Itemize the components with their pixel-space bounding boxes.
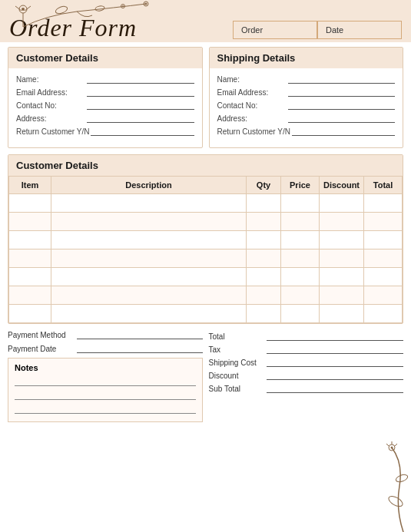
table-row[interactable] bbox=[9, 249, 403, 268]
table-cell[interactable] bbox=[364, 231, 403, 249]
table-cell[interactable] bbox=[51, 194, 247, 213]
table-cell[interactable] bbox=[281, 231, 320, 249]
shipping-return-input[interactable] bbox=[292, 127, 395, 136]
table-cell[interactable] bbox=[247, 305, 281, 323]
bottom-section: Payment Method Payment Date Notes Total … bbox=[8, 330, 403, 422]
table-cell[interactable] bbox=[247, 231, 281, 249]
customer-address-input[interactable] bbox=[87, 114, 194, 123]
table-cell[interactable] bbox=[364, 249, 403, 268]
col-price: Price bbox=[281, 177, 320, 194]
svg-point-12 bbox=[395, 474, 409, 484]
table-cell[interactable] bbox=[320, 231, 364, 249]
date-field[interactable]: Date bbox=[317, 21, 402, 39]
shipping-details-title: Shipping Details bbox=[210, 48, 403, 68]
shipping-contact-input[interactable] bbox=[288, 101, 396, 110]
table-cell[interactable] bbox=[364, 286, 403, 305]
payment-date-label: Payment Date bbox=[8, 345, 77, 353]
table-cell[interactable] bbox=[9, 268, 51, 286]
customer-details-title: Customer Details bbox=[8, 48, 202, 68]
table-cell[interactable] bbox=[247, 213, 281, 231]
table-cell[interactable] bbox=[320, 268, 364, 286]
shipping-name-input[interactable] bbox=[288, 74, 396, 84]
table-row[interactable] bbox=[9, 268, 403, 286]
customer-contact-label: Contact No: bbox=[16, 101, 85, 110]
tax-input[interactable] bbox=[267, 345, 404, 354]
table-cell[interactable] bbox=[320, 286, 364, 305]
table-cell[interactable] bbox=[51, 268, 247, 286]
payment-date-input[interactable] bbox=[77, 344, 203, 353]
table-cell[interactable] bbox=[320, 194, 364, 213]
table-cell[interactable] bbox=[247, 286, 281, 305]
subtotal-input[interactable] bbox=[267, 384, 404, 393]
shipping-email-label: Email Address: bbox=[217, 88, 287, 97]
table-cell[interactable] bbox=[51, 249, 247, 268]
notes-line-3[interactable] bbox=[15, 403, 196, 414]
svg-point-13 bbox=[389, 444, 395, 451]
table-cell[interactable] bbox=[51, 286, 247, 305]
header: Order Form Order Date bbox=[0, 0, 411, 42]
table-cell[interactable] bbox=[247, 249, 281, 268]
table-cell[interactable] bbox=[364, 194, 403, 213]
table-cell[interactable] bbox=[51, 305, 247, 323]
shipping-return-label: Return Customer Y/N bbox=[217, 127, 290, 136]
table-cell[interactable] bbox=[281, 286, 320, 305]
customer-name-label: Name: bbox=[16, 75, 85, 84]
table-cell[interactable] bbox=[364, 305, 403, 323]
table-cell[interactable] bbox=[247, 194, 281, 213]
svg-point-11 bbox=[387, 494, 404, 509]
order-field[interactable]: Order bbox=[233, 21, 317, 39]
notes-line-1[interactable] bbox=[15, 375, 196, 386]
floral-decoration-bottom bbox=[365, 440, 411, 532]
customer-email-input[interactable] bbox=[87, 88, 194, 97]
table-row[interactable] bbox=[9, 231, 403, 249]
subtotal-row: Sub Total bbox=[209, 384, 404, 393]
table-cell[interactable] bbox=[9, 286, 51, 305]
table-cell[interactable] bbox=[9, 213, 51, 231]
table-cell[interactable] bbox=[320, 305, 364, 323]
table-row[interactable] bbox=[9, 305, 403, 323]
customer-return-row: Return Customer Y/N bbox=[16, 127, 194, 136]
table-cell[interactable] bbox=[51, 231, 247, 249]
table-cell[interactable] bbox=[247, 268, 281, 286]
table-cell[interactable] bbox=[320, 249, 364, 268]
customer-return-input[interactable] bbox=[91, 127, 194, 136]
table-row[interactable] bbox=[9, 194, 403, 213]
table-cell[interactable] bbox=[281, 249, 320, 268]
notes-line-2[interactable] bbox=[15, 389, 196, 400]
table-cell[interactable] bbox=[9, 194, 51, 213]
svg-point-14 bbox=[391, 447, 393, 449]
table-cell[interactable] bbox=[364, 268, 403, 286]
total-input[interactable] bbox=[267, 332, 404, 341]
table-cell[interactable] bbox=[51, 213, 247, 231]
table-cell[interactable] bbox=[281, 213, 320, 231]
customer-address-label: Address: bbox=[16, 114, 85, 123]
order-section: Customer Details Item Description Qty Pr… bbox=[8, 154, 403, 324]
shipping-cost-input[interactable] bbox=[267, 358, 404, 367]
shipping-details-card: Shipping Details Name: Email Address: Co… bbox=[209, 47, 404, 148]
table-cell[interactable] bbox=[281, 194, 320, 213]
table-row[interactable] bbox=[9, 286, 403, 305]
order-table: Item Description Qty Price Discount Tota… bbox=[8, 176, 403, 323]
customer-name-input[interactable] bbox=[87, 74, 194, 84]
svg-line-16 bbox=[386, 444, 389, 446]
customer-details-card: Customer Details Name: Email Address: Co… bbox=[8, 47, 203, 148]
order-section-title: Customer Details bbox=[8, 155, 403, 176]
table-row[interactable] bbox=[9, 213, 403, 231]
shipping-address-input[interactable] bbox=[288, 114, 396, 123]
shipping-email-input[interactable] bbox=[288, 88, 396, 97]
payment-method-input[interactable] bbox=[77, 330, 203, 339]
table-cell[interactable] bbox=[9, 305, 51, 323]
table-cell[interactable] bbox=[320, 213, 364, 231]
table-cell[interactable] bbox=[9, 249, 51, 268]
table-cell[interactable] bbox=[364, 213, 403, 231]
shipping-contact-label: Contact No: bbox=[217, 101, 287, 110]
table-cell[interactable] bbox=[9, 231, 51, 249]
table-cell[interactable] bbox=[281, 305, 320, 323]
notes-label: Notes bbox=[15, 363, 196, 372]
customer-address-row: Address: bbox=[16, 114, 194, 123]
shipping-cost-label: Shipping Cost bbox=[209, 359, 267, 367]
customer-email-row: Email Address: bbox=[16, 88, 194, 97]
customer-contact-input[interactable] bbox=[87, 101, 194, 110]
table-cell[interactable] bbox=[281, 268, 320, 286]
discount-input[interactable] bbox=[267, 371, 404, 380]
